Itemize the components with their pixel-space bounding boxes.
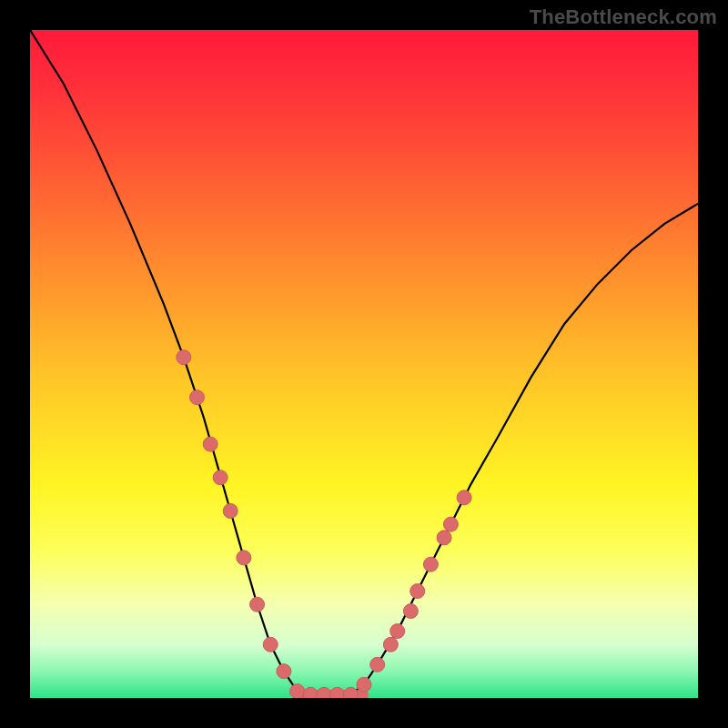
chart-frame: TheBottleneck.com [0,0,728,728]
marker-dot [303,687,318,698]
curve-right-branch [338,204,698,698]
marker-dot [383,637,398,652]
marker-dot [223,503,238,518]
marker-dot [370,657,385,672]
marker-dot [317,687,331,698]
marker-dot [410,584,425,599]
curve-svg [30,30,698,698]
marker-dot [357,677,371,692]
marker-dot [437,531,451,545]
marker-dot [443,517,458,531]
marker-dot [343,687,358,698]
marker-dot [330,687,345,698]
marker-dot [237,551,251,565]
curve-left-branch [30,30,324,698]
marker-dot [390,624,405,639]
marker-dot [457,490,471,505]
marker-dot [277,664,291,679]
marker-dot [263,637,278,652]
marker-dot [250,597,265,612]
marker-dot [203,437,217,451]
marker-dot [403,604,418,619]
curve-markers [177,350,471,698]
marker-dot [290,684,305,698]
marker-dot [213,470,228,485]
marker-dot [190,390,205,405]
marker-dot [423,557,438,571]
plot-area [30,30,698,698]
marker-dot [177,350,191,365]
watermark-text: TheBottleneck.com [530,5,717,29]
